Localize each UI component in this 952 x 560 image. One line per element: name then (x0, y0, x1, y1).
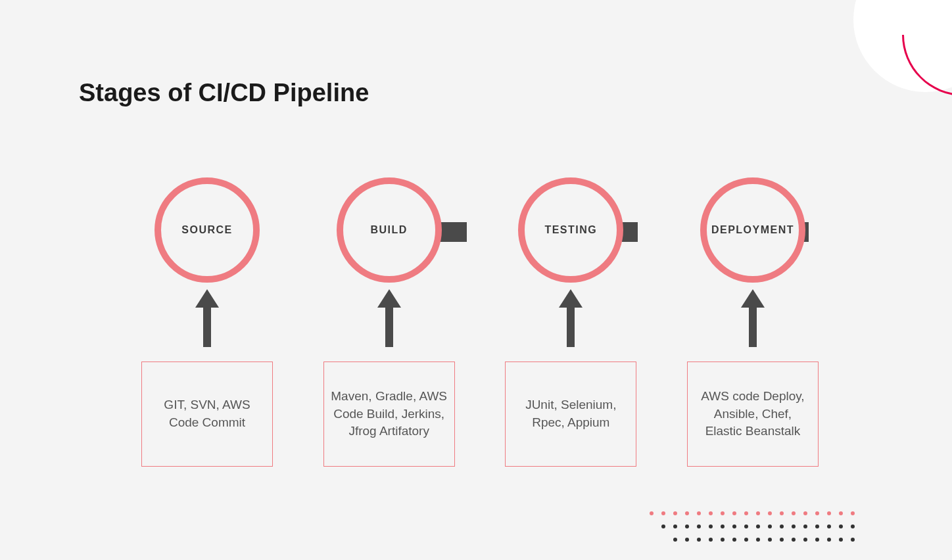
dot (709, 525, 713, 528)
dot (815, 538, 819, 542)
dot (721, 511, 725, 515)
tools-row: GIT, SVN, AWS Code Commit Maven, Gradle,… (141, 362, 819, 467)
arrow-up (333, 289, 445, 347)
dot (839, 511, 843, 515)
dot (827, 538, 831, 542)
stage-circle: SOURCE (155, 177, 260, 283)
dot (768, 511, 772, 515)
dot (756, 525, 760, 528)
tools-box-build: Maven, Gradle, AWS Code Build, Jerkins, … (323, 362, 455, 467)
arrow-stem (385, 308, 393, 347)
dot (744, 511, 748, 515)
arrow-up-icon (741, 289, 765, 308)
dot (792, 525, 796, 528)
dot (756, 511, 760, 515)
dot (839, 538, 843, 542)
dot (685, 525, 689, 528)
arrow-up-icon (559, 289, 583, 308)
dot (851, 511, 855, 515)
dot (709, 511, 713, 515)
arrow-up (515, 289, 627, 347)
stage-testing: TESTING (515, 177, 627, 283)
stage-circle: DEPLOYMENT (700, 177, 805, 283)
dot (839, 525, 843, 528)
tools-text: AWS code Deploy, Ansible, Chef, Elastic … (694, 388, 811, 440)
dot (780, 525, 784, 528)
tools-text: JUnit, Selenium, Rpec, Appium (512, 396, 629, 431)
dot (732, 511, 736, 515)
corner-decoration (853, 0, 952, 92)
tools-text: Maven, Gradle, AWS Code Build, Jerkins, … (331, 388, 448, 440)
pipeline-row: SOURCE BUILD TESTING DEPLOYMENT (151, 177, 809, 283)
arrow-up (151, 289, 263, 347)
stage-label: DEPLOYMENT (711, 224, 794, 236)
dot (815, 511, 819, 515)
dot (661, 525, 665, 528)
tools-box-deployment: AWS code Deploy, Ansible, Chef, Elastic … (687, 362, 819, 467)
arrow-stem (749, 308, 757, 347)
dot (732, 525, 736, 528)
dot (673, 538, 677, 542)
stage-circle: TESTING (518, 177, 623, 283)
diagram-title: Stages of CI/CD Pipeline (79, 79, 369, 107)
dot (697, 538, 701, 542)
dot (744, 538, 748, 542)
stage-source: SOURCE (151, 177, 263, 283)
dot (721, 525, 725, 528)
arrow-up-icon (377, 289, 401, 308)
arrow-up (697, 289, 809, 347)
tools-text: GIT, SVN, AWS Code Commit (149, 396, 266, 431)
dot (697, 525, 701, 528)
dot (650, 511, 654, 515)
stage-deployment: DEPLOYMENT (697, 177, 809, 283)
tools-box-source: GIT, SVN, AWS Code Commit (141, 362, 273, 467)
dot (673, 511, 677, 515)
arrow-stem (203, 308, 211, 347)
dot (721, 538, 725, 542)
arrow-stem (567, 308, 575, 347)
dot-pattern (650, 511, 860, 547)
dot (744, 525, 748, 528)
dot (827, 511, 831, 515)
dot (768, 525, 772, 528)
dot (827, 525, 831, 528)
dot (685, 511, 689, 515)
dot (803, 525, 807, 528)
stage-build: BUILD (333, 177, 445, 283)
dot (792, 538, 796, 542)
dot (780, 511, 784, 515)
dot (792, 511, 796, 515)
stage-circle: BUILD (337, 177, 442, 283)
dot (685, 538, 689, 542)
stage-label: TESTING (544, 224, 597, 236)
arrows-row (151, 289, 809, 347)
dot (709, 538, 713, 542)
dot (851, 525, 855, 528)
dot (768, 538, 772, 542)
dot (815, 525, 819, 528)
dot (732, 538, 736, 542)
dot (673, 525, 677, 528)
tools-box-testing: JUnit, Selenium, Rpec, Appium (505, 362, 636, 467)
dot (851, 538, 855, 542)
dot (697, 511, 701, 515)
stage-label: BUILD (370, 224, 407, 236)
dot (803, 511, 807, 515)
dot (803, 538, 807, 542)
stage-label: SOURCE (181, 224, 232, 236)
dot (661, 511, 665, 515)
arrow-up-icon (195, 289, 219, 308)
dot (756, 538, 760, 542)
dot (780, 538, 784, 542)
